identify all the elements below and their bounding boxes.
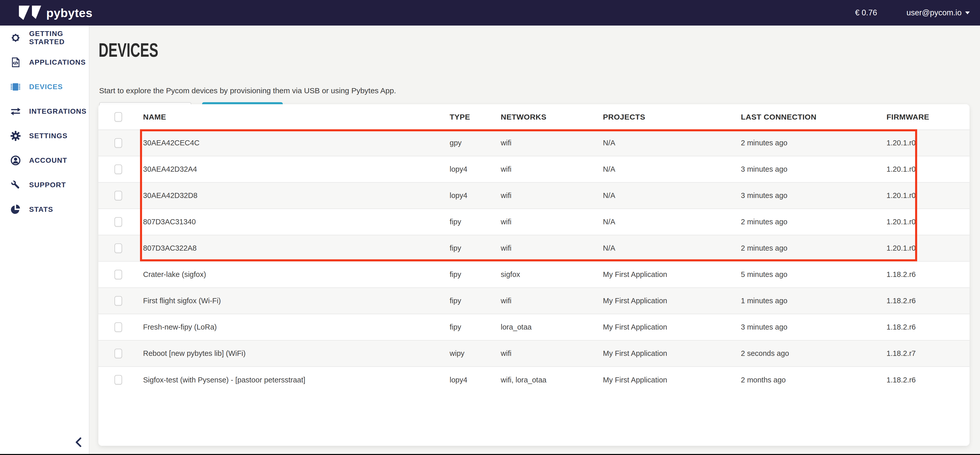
column-header-name: NAME: [138, 104, 442, 130]
page-title: DEVICES: [99, 39, 158, 61]
table-row[interactable]: 807D3AC322A8 fipy wifi N/A 2 minutes ago…: [99, 235, 969, 261]
device-name: 807D3AC322A8: [138, 235, 442, 261]
device-last-connection: 2 months ago: [733, 367, 879, 393]
device-firmware: 1.20.1.r0: [879, 156, 969, 182]
row-checkbox[interactable]: [115, 191, 122, 200]
device-projects: N/A: [595, 182, 733, 209]
column-header-projects: PROJECTS: [595, 104, 733, 130]
device-name: 30AEA42D32A4: [138, 156, 442, 182]
sidebar-item-support[interactable]: SUPPORT: [0, 173, 89, 197]
device-projects: My First Application: [595, 367, 733, 393]
device-name: Fresh-new-fipy (LoRa): [138, 314, 442, 340]
device-firmware: 1.20.1.r0: [879, 182, 969, 209]
device-projects: My First Application: [595, 314, 733, 340]
gear-icon: [10, 130, 21, 142]
sidebar-item-applications[interactable]: APPLICATIONS: [0, 50, 89, 75]
device-firmware: 1.18.2.r6: [879, 314, 969, 340]
row-checkbox[interactable]: [115, 349, 122, 358]
table-row[interactable]: Fresh-new-fipy (LoRa) fipy lora_otaa My …: [99, 314, 969, 340]
device-firmware: 1.18.2.r7: [879, 340, 969, 367]
row-checkbox[interactable]: [115, 217, 122, 227]
device-firmware: 1.20.1.r0: [879, 235, 969, 261]
device-projects: N/A: [595, 235, 733, 261]
device-last-connection: 2 minutes ago: [733, 130, 879, 156]
device-projects: N/A: [595, 209, 733, 235]
table-row[interactable]: 30AEA42CEC4C gpy wifi N/A 2 minutes ago …: [99, 130, 969, 156]
table-row[interactable]: Crater-lake (sigfox) fipy sigfox My Firs…: [99, 261, 969, 288]
sidebar-item-label: DEVICES: [29, 83, 63, 91]
table-row[interactable]: First flight sigfox (Wi-Fi) fipy wifi My…: [99, 288, 969, 314]
sidebar-item-getting-started[interactable]: GETTING STARTED: [0, 25, 89, 50]
device-name: 807D3AC31340: [138, 209, 442, 235]
user-menu[interactable]: user@pycom.io: [907, 8, 970, 18]
device-projects: N/A: [595, 130, 733, 156]
sidebar-item-account[interactable]: ACCOUNT: [0, 148, 89, 173]
pie-chart-icon: [10, 204, 21, 215]
topbar: pybytes € 0.76 user@pycom.io: [0, 0, 980, 25]
device-networks: wifi: [493, 156, 595, 182]
device-firmware: 1.20.1.r0: [879, 130, 969, 156]
device-networks: wifi, lora_otaa: [493, 367, 595, 393]
row-checkbox[interactable]: [115, 296, 122, 306]
table-row[interactable]: Reboot [new pybytes lib] (WiFi) wipy wif…: [99, 340, 969, 367]
device-networks: wifi: [493, 130, 595, 156]
device-firmware: 1.18.2.r6: [879, 288, 969, 314]
device-networks: wifi: [493, 288, 595, 314]
device-networks: wifi: [493, 235, 595, 261]
device-last-connection: 5 minutes ago: [733, 261, 879, 288]
device-type: fipy: [442, 288, 493, 314]
code-file-icon: [10, 56, 21, 68]
device-last-connection: 3 minutes ago: [733, 156, 879, 182]
device-networks: wifi: [493, 182, 595, 209]
main-content: DEVICES Start to explore the Pycom devic…: [90, 25, 980, 455]
device-projects: N/A: [595, 156, 733, 182]
device-name: 30AEA42D32D8: [138, 182, 442, 209]
sidebar-item-label: GETTING STARTED: [29, 30, 89, 46]
column-header-type: TYPE: [442, 104, 493, 130]
row-checkbox[interactable]: [115, 138, 122, 148]
device-type: fipy: [442, 261, 493, 288]
table-row[interactable]: 807D3AC31340 fipy wifi N/A 2 minutes ago…: [99, 209, 969, 235]
chevron-left-icon: [74, 437, 83, 447]
sidebar-item-label: SUPPORT: [29, 181, 66, 189]
row-checkbox[interactable]: [115, 322, 122, 332]
device-type: lopy4: [442, 367, 493, 393]
table-header-row: NAME TYPE NETWORKS PROJECTS LAST CONNECT…: [99, 104, 969, 130]
device-type: gpy: [442, 130, 493, 156]
table-row[interactable]: 30AEA42D32A4 lopy4 wifi N/A 3 minutes ag…: [99, 156, 969, 182]
device-networks: wifi: [493, 209, 595, 235]
device-projects: My First Application: [595, 261, 733, 288]
device-last-connection: 1 minutes ago: [733, 288, 879, 314]
row-checkbox[interactable]: [115, 270, 122, 280]
logo-text: pybytes: [46, 6, 92, 20]
user-icon: [10, 154, 21, 166]
sidebar-item-label: SETTINGS: [29, 132, 67, 140]
sidebar-item-settings[interactable]: SETTINGS: [0, 124, 89, 148]
pybytes-logo[interactable]: pybytes: [19, 6, 92, 20]
sidebar-item-integrations[interactable]: INTEGRATIONS: [0, 99, 89, 124]
table-row[interactable]: 30AEA42D32D8 lopy4 wifi N/A 3 minutes ag…: [99, 182, 969, 209]
sidebar-item-stats[interactable]: STATS: [0, 197, 89, 222]
badge-icon: [10, 32, 21, 44]
device-last-connection: 2 minutes ago: [733, 209, 879, 235]
sidebar-item-devices[interactable]: DEVICES: [0, 75, 89, 99]
devices-table-card: NAME TYPE NETWORKS PROJECTS LAST CONNECT…: [99, 104, 969, 446]
sidebar: GETTING STARTED APPLICATIONS DEVICES: [0, 25, 89, 455]
sidebar-collapse-button[interactable]: [73, 437, 84, 448]
device-last-connection: 3 minutes ago: [733, 182, 879, 209]
device-type: lopy4: [442, 156, 493, 182]
column-header-last-connection: LAST CONNECTION: [733, 104, 879, 130]
caret-down-icon: [965, 11, 970, 14]
device-type: fipy: [442, 235, 493, 261]
row-checkbox[interactable]: [115, 243, 122, 253]
table-row[interactable]: Sigfox-test (with Pysense) - [pastoor pe…: [99, 367, 969, 393]
row-checkbox[interactable]: [115, 164, 122, 174]
device-projects: My First Application: [595, 288, 733, 314]
sidebar-item-label: STATS: [29, 205, 53, 213]
row-checkbox[interactable]: [115, 375, 122, 385]
device-last-connection: 3 minutes ago: [733, 314, 879, 340]
pycom-logo-icon: [19, 6, 41, 20]
device-last-connection: 2 seconds ago: [733, 340, 879, 367]
select-all-checkbox[interactable]: [115, 112, 122, 122]
devices-table: NAME TYPE NETWORKS PROJECTS LAST CONNECT…: [99, 104, 969, 393]
